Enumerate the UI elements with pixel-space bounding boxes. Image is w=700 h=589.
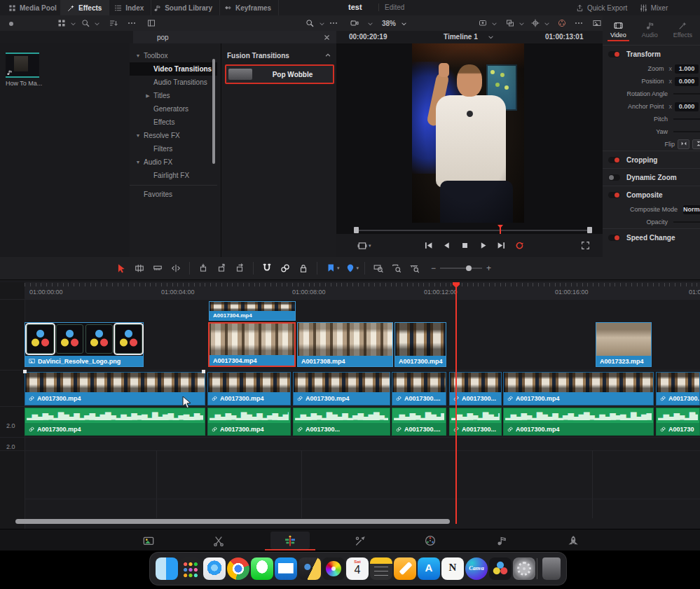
video-frame[interactable] [412, 43, 524, 223]
effects-group-header[interactable]: Fusion Transitions [227, 52, 289, 60]
tree-item-effects[interactable]: Effects [130, 116, 217, 129]
cropping-toggle[interactable] [608, 157, 620, 163]
timeline-clip-v2[interactable]: A0017323.mp4 [596, 322, 652, 367]
transform-toggle[interactable] [608, 51, 620, 57]
scrubber-track[interactable] [354, 230, 592, 231]
page-tab-deliver[interactable] [554, 532, 593, 549]
trim-edit-tool-button[interactable] [130, 261, 149, 276]
play-button[interactable] [474, 238, 493, 254]
step-back-button[interactable] [438, 238, 456, 254]
loop-button[interactable] [511, 238, 529, 254]
flag-chevron-icon[interactable]: ▾ [337, 265, 340, 271]
dock-settings-icon[interactable] [513, 557, 535, 580]
media-pool-clip-label[interactable]: How To Ma... [6, 80, 42, 87]
tree-chevron-icon[interactable]: ▼ [135, 160, 141, 165]
tree-item-resolve-fx[interactable]: ▼Resolve FX [130, 129, 217, 142]
anchor point-value-field[interactable]: 0.000 [675, 102, 699, 111]
timeline-horizontal-scrollbar[interactable] [15, 519, 450, 524]
tree-item-fairlight-fx[interactable]: Fairlight FX [130, 169, 217, 182]
timeline-clip-a1[interactable]: ▂▅▃▆▄▂▇▅▃▆▂▄▆▃▅▇▄▂▅▃▆▄▅▂▇▃▅▆▂▄▅▃▆▄▂▅▇▃▄▆… [207, 408, 291, 436]
goto-start-button[interactable] [420, 238, 438, 254]
zoom-value-field[interactable]: 1.000 [675, 64, 699, 74]
timeline-clip-v1[interactable]: A0017300.mp4 [503, 372, 654, 406]
composite-toggle[interactable] [608, 192, 620, 198]
pitch-slider[interactable] [673, 118, 700, 120]
dock-finder-icon[interactable] [156, 557, 178, 580]
display-mode-chevron-icon[interactable] [491, 21, 497, 27]
timeline-clip-v1[interactable]: A0017300.mp4 [25, 372, 205, 406]
zoom-slider-rail[interactable] [440, 268, 482, 269]
expand-viewer-icon[interactable] [576, 238, 594, 254]
dock-chrome-icon[interactable] [227, 557, 249, 580]
effects-search-input[interactable] [156, 33, 313, 42]
more-options-icon[interactable] [128, 19, 136, 27]
dock-davinci-resolve-icon[interactable] [489, 557, 512, 580]
timeline-clip-v1[interactable]: A0017300.mp4 [293, 372, 390, 406]
timeline-clip-a1[interactable]: ▂▅▃▆▄▂▇▅▃▆▂▄▆▃▅▇▄▂▅▃▆▄▅▂▇▃▅▆▂▄▅▃▆▄▂▅▇▃▄▆… [449, 408, 502, 436]
timeline-clip-v1[interactable]: A0017300.mp4 [207, 372, 291, 406]
effects-more-icon[interactable] [329, 19, 338, 27]
page-tab-fairlight[interactable] [482, 532, 521, 549]
group-collapse-icon[interactable] [324, 52, 331, 60]
dock-safari-icon[interactable] [203, 557, 226, 580]
color-wheel-icon[interactable] [558, 19, 566, 27]
timeline-clip-v2[interactable]: A0017304.mp4 [208, 322, 296, 367]
viewer-more-icon[interactable] [575, 19, 583, 27]
source-viewer-icon[interactable] [350, 19, 359, 27]
flip-vertical-button[interactable] [692, 139, 700, 149]
menubar-tab-sound-library[interactable]: Sound Library [146, 0, 220, 15]
tree-scrollbar[interactable] [212, 59, 215, 164]
timeline-clip-a1[interactable]: ▂▅▃▆▄▂▇▅▃▆▂▄▆▃▅▇▄▂▅▃▆▄▅▂▇▃▅▆▂▄▅▃▆▄▂▅▇▃▄▆… [392, 408, 446, 436]
dock-mail-icon[interactable] [275, 557, 297, 580]
multicam-icon[interactable] [506, 19, 514, 27]
razor-tool-button[interactable] [149, 261, 167, 276]
sort-icon[interactable] [109, 19, 118, 27]
source-viewer-chevron-icon[interactable] [367, 21, 373, 27]
inspector-tab-video[interactable]: Video [608, 20, 629, 41]
timeline-ruler[interactable]: 01:00:00:0001:00:04:0001:00:08:0001:00:1… [25, 282, 700, 300]
tree-item-toolbox[interactable]: ▼Toolbox [130, 49, 217, 62]
dock-notes-icon[interactable] [370, 557, 392, 580]
page-tab-color[interactable] [411, 532, 450, 549]
effects-search-box[interactable] [133, 31, 336, 44]
timeline-clip-v2[interactable]: A0017308.mp4 [297, 322, 393, 367]
custom-zoom-button[interactable] [369, 261, 387, 276]
replace-clip-button[interactable] [231, 261, 249, 276]
viewer-zoom-chevron-icon[interactable] [401, 21, 407, 27]
timeline-clip-a1[interactable]: ▂▅▃▆▄▂▇▅▃▆▂▄▆▃▅▇▄▂▅▃▆▄▅▂▇▃▅▆▂▄▅▃▆▄▂▅▇▃▄▆… [25, 408, 205, 436]
tree-chevron-icon[interactable]: ▶ [145, 93, 151, 99]
transform-overlay-chevron-icon[interactable] [544, 21, 550, 27]
panel-layout-icon[interactable] [147, 19, 156, 27]
tree-chevron-icon[interactable]: ▼ [135, 133, 141, 138]
tree-item-titles[interactable]: ▶Titles [130, 89, 217, 102]
gallery-icon[interactable] [593, 19, 601, 27]
menubar-tab-keyframes[interactable]: Keyframes [217, 0, 279, 15]
goto-end-button[interactable] [493, 238, 511, 254]
position-value-field[interactable]: 0.000 [675, 77, 699, 86]
timeline-clip-v1[interactable]: A0017300.... [392, 372, 446, 406]
timeline-clip-a1[interactable]: ▂▅▃▆▄▂▇▅▃▆▂▄▆▃▅▇▄▂▅▃▆▄▅▂▇▃▅▆▂▄▅▃▆▄▂▅▇▃▄▆… [503, 408, 654, 436]
stop-button[interactable] [456, 238, 474, 254]
multicam-chevron-icon[interactable] [519, 21, 525, 27]
menubar-item-quick-export[interactable]: Quick Export [576, 0, 627, 15]
marker-chevron-icon[interactable]: ▾ [357, 265, 359, 271]
timeline-clip-a1[interactable]: ▂▅▃▆▄▂▇▅▃▆▂▄▆▃▅▇▄▂▅▃▆▄▅▂▇▃▅▆▂▄▅▃▆▄▂▅▇▃▄▆… [293, 408, 390, 436]
menubar-item-mixer[interactable]: Mixer [640, 0, 668, 15]
thumbnail-view-chevron-icon[interactable] [70, 21, 76, 27]
yaw-slider[interactable] [673, 131, 700, 132]
record-dot-icon[interactable] [7, 20, 15, 28]
menubar-tab-effects[interactable]: Effects [60, 0, 109, 15]
tree-item-generators[interactable]: Generators [130, 102, 217, 116]
media-search-icon[interactable] [81, 19, 90, 27]
timeline[interactable]: 2.0 2.0 01:00:00:0001:00:04:0001:00:08:0… [0, 280, 700, 529]
position-lock-button[interactable] [294, 261, 313, 276]
menubar-tab-media-pool[interactable]: Media Pool [1, 0, 64, 15]
tree-item-audio-transitions[interactable]: Audio Transitions [130, 76, 217, 89]
safe-area-chevron-icon[interactable]: ▾ [369, 243, 371, 249]
timeline-clip-v2[interactable]: A0017300.mp4 [394, 322, 446, 367]
rotation-angle-slider[interactable] [673, 93, 700, 95]
dock-launchpad-icon[interactable] [179, 557, 202, 580]
tree-item-favorites[interactable]: Favorites [130, 188, 217, 201]
insert-clip-button[interactable] [194, 261, 212, 276]
inspector-tab-effects[interactable]: Effects [671, 20, 695, 41]
